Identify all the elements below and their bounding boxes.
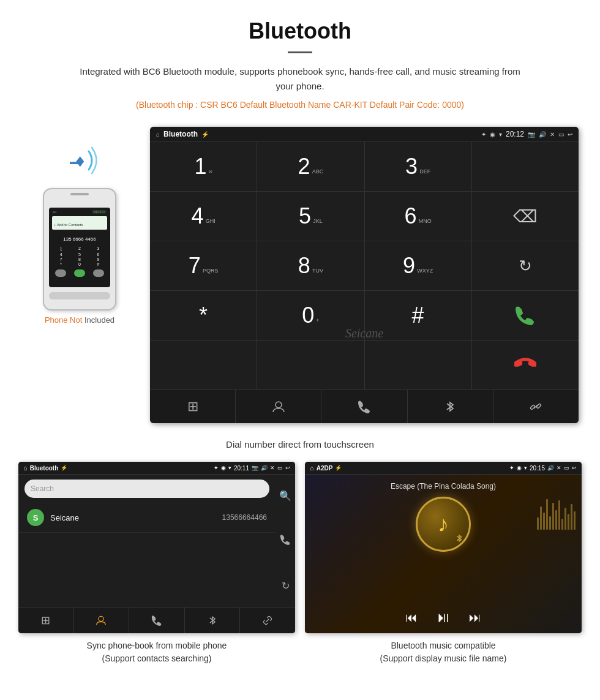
music-home-icon[interactable]: ⌂	[310, 464, 314, 472]
phone-not-included-label: Phone Not Included	[45, 315, 114, 325]
eq-bar-7	[555, 510, 557, 530]
pb-usb-icon: ⚡	[61, 465, 67, 471]
bt-status-icon: ✦	[481, 131, 486, 138]
back-icon[interactable]: ↩	[568, 131, 572, 138]
pb-wifi-icon: ▾	[228, 465, 231, 471]
call-red-icon	[514, 354, 536, 376]
dial-refresh-btn[interactable]: ↻	[472, 241, 579, 290]
dial-key-hash[interactable]: #	[365, 291, 471, 340]
pb-tab-bluetooth[interactable]	[185, 608, 241, 633]
dial-key-2[interactable]: 2ABC	[257, 142, 364, 191]
dial-key-1[interactable]: 1∞	[150, 142, 257, 191]
pb-tab-call[interactable]	[129, 608, 185, 633]
svg-point-1	[276, 402, 282, 408]
phonebook-statusbar: ⌂ Bluetooth ⚡ ✦ ◉ ▾ 20:11 📷 🔊 ✕ ▭ ↩	[18, 462, 295, 475]
music-title: A2DP	[317, 465, 333, 472]
dial-backspace-btn[interactable]: ⌫	[472, 192, 579, 241]
phonebook-side-icons: 🔍 ↻	[276, 475, 295, 607]
phonebook-caption-line2: (Support contacts searching)	[102, 653, 212, 663]
contact-avatar: S	[27, 509, 44, 526]
pb-loc-icon: ◉	[221, 465, 226, 471]
music-vol-icon[interactable]: 🔊	[547, 465, 554, 471]
phone-carrier-label: MOTO	[92, 210, 107, 214]
bottom-tab-dialpad[interactable]: ⊞	[150, 390, 236, 423]
dial-key-8[interactable]: 8TUV	[257, 241, 364, 290]
car-dial-screen: ⌂ Bluetooth ⚡ ✦ ◉ ▾ 20:12 📷 🔊 ✕ ▭ ↩	[150, 127, 579, 423]
search-bar-row: Search	[18, 475, 276, 503]
pb-bt-icon: ✦	[214, 465, 219, 471]
pb-back-icon[interactable]: ↩	[285, 465, 290, 471]
dial-call-green-btn[interactable]	[472, 291, 579, 340]
play-pause-btn[interactable]: ⏯	[436, 609, 451, 626]
phone-key-5: 5	[70, 252, 88, 257]
contact-name: Seicane	[50, 513, 222, 522]
bottom-tab-link[interactable]	[493, 390, 579, 423]
search-placeholder: Search	[31, 484, 263, 493]
pb-close-icon[interactable]: ✕	[270, 465, 275, 471]
bottom-tab-bluetooth[interactable]	[408, 390, 493, 423]
music-screen-wrap: ⌂ A2DP ⚡ ✦ ◉ ▾ 20:15 🔊 ✕ ▭ ↩	[305, 462, 582, 665]
pb-side-refresh-icon[interactable]: ↻	[282, 580, 290, 592]
eq-bar-8	[558, 500, 560, 530]
pb-cam-icon[interactable]: 📷	[252, 465, 258, 471]
volume-icon[interactable]: 🔊	[539, 131, 546, 138]
camera-icon[interactable]: 📷	[528, 131, 535, 138]
pb-win-icon[interactable]: ▭	[277, 465, 283, 471]
phone-dialpad-mini: 1 2 3 4 5 6 7 8 9 * 0 #	[52, 246, 107, 266]
music-statusbar: ⌂ A2DP ⚡ ✦ ◉ ▾ 20:15 🔊 ✕ ▭ ↩	[305, 462, 582, 475]
bluetooth-symbol-icon: ⎯	[70, 144, 81, 165]
music-win-icon[interactable]: ▭	[564, 465, 569, 471]
close-icon[interactable]: ✕	[550, 131, 555, 138]
pb-tab-link[interactable]	[240, 608, 295, 633]
dial-key-star[interactable]: *	[150, 291, 257, 340]
dial-call-red-btn[interactable]	[472, 341, 579, 390]
svg-rect-3	[536, 404, 541, 408]
bottom-tab-call[interactable]	[321, 390, 407, 423]
prev-btn[interactable]: ⏮	[405, 611, 418, 625]
music-bt-icon: ✦	[509, 465, 514, 471]
pb-call-icon	[280, 534, 291, 545]
dial-key-4[interactable]: 4GHI	[150, 192, 257, 241]
album-art: ♪	[416, 497, 471, 552]
pb-status-left: ⌂ Bluetooth ⚡	[23, 464, 67, 472]
pb-home-icon[interactable]: ⌂	[23, 464, 28, 472]
window-icon[interactable]: ▭	[558, 131, 564, 138]
music-status-left: ⌂ A2DP ⚡	[310, 464, 342, 472]
phone-action-1	[55, 269, 66, 277]
dial-key-6[interactable]: 6MNO	[365, 192, 471, 241]
phonebook-screen-wrap: ⌂ Bluetooth ⚡ ✦ ◉ ▾ 20:11 📷 🔊 ✕ ▭ ↩	[18, 462, 295, 665]
title-divider	[288, 51, 312, 53]
pb-tab-dialpad[interactable]: ⊞	[18, 608, 74, 633]
phone-add-contacts-label: + Add to Contacts	[54, 223, 83, 227]
pb-side-call-icon[interactable]	[280, 534, 291, 548]
pb-vol-icon[interactable]: 🔊	[261, 465, 268, 471]
phone-mock: ••• MOTO + Add to Contacts 135 6666 4466…	[43, 188, 116, 310]
bottom-tab-contacts[interactable]	[236, 390, 321, 423]
phone-side: ⬧ ⎯ ••• MOTO + Add to Contacts	[21, 127, 138, 325]
clock: 20:12	[506, 130, 524, 138]
music-status-right: ✦ ◉ ▾ 20:15 🔊 ✕ ▭ ↩	[509, 465, 577, 472]
pb-side-search-icon[interactable]: 🔍	[279, 490, 291, 502]
song-title: Escape (The Pina Colada Song)	[391, 482, 496, 491]
dial-key-7[interactable]: 7PQRS	[150, 241, 257, 290]
dial-key-3[interactable]: 3DEF	[365, 142, 471, 191]
pb-tab-contacts[interactable]	[74, 608, 130, 633]
phonebook-car-screen: ⌂ Bluetooth ⚡ ✦ ◉ ▾ 20:11 📷 🔊 ✕ ▭ ↩	[18, 462, 295, 633]
pb-bottombar: ⊞	[18, 607, 295, 633]
page-header: Bluetooth Integrated with BC6 Bluetooth …	[0, 0, 600, 127]
eq-bar-13	[574, 511, 576, 530]
phone-screen: ••• MOTO + Add to Contacts 135 6666 4466…	[49, 208, 110, 287]
eq-bar-11	[568, 514, 569, 530]
music-back-icon[interactable]: ↩	[572, 465, 577, 471]
next-btn[interactable]: ⏭	[469, 611, 481, 625]
home-icon[interactable]: ⌂	[156, 131, 160, 138]
dial-key-9[interactable]: 9WXYZ	[365, 241, 471, 290]
phone-included-word: Included	[84, 315, 114, 325]
dial-key-5[interactable]: 5JKL	[257, 192, 364, 241]
music-controls: ⏮ ⏯ ⏭	[405, 609, 481, 628]
contact-row[interactable]: S Seicane 13566664466	[18, 503, 276, 533]
dial-key-0[interactable]: 0+	[257, 291, 364, 340]
music-close-icon[interactable]: ✕	[557, 465, 561, 471]
page-description: Integrated with BC6 Bluetooth module, su…	[80, 64, 520, 94]
dial-empty-r4c2	[365, 341, 471, 390]
